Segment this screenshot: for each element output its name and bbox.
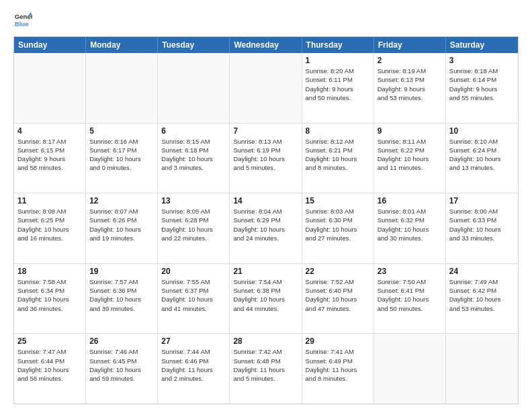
calendar-day-3: 3Sunrise: 8:18 AM Sunset: 6:14 PM Daylig… (446, 53, 518, 123)
sun-info: Sunrise: 7:58 AM Sunset: 6:34 PM Dayligh… (17, 277, 82, 313)
sun-info: Sunrise: 8:13 AM Sunset: 6:19 PM Dayligh… (233, 137, 298, 173)
sun-info: Sunrise: 7:57 AM Sunset: 6:36 PM Dayligh… (89, 277, 154, 313)
sun-info: Sunrise: 8:16 AM Sunset: 6:17 PM Dayligh… (89, 137, 154, 173)
sun-info: Sunrise: 8:20 AM Sunset: 6:11 PM Dayligh… (306, 66, 370, 102)
day-number: 23 (378, 267, 442, 276)
calendar-day-21: 21Sunrise: 7:54 AM Sunset: 6:38 PM Dayli… (230, 264, 302, 334)
sun-info: Sunrise: 8:01 AM Sunset: 6:32 PM Dayligh… (378, 207, 442, 242)
day-number: 24 (449, 267, 515, 276)
day-number: 28 (233, 336, 298, 346)
day-number: 22 (306, 267, 370, 276)
day-number: 20 (161, 267, 226, 276)
day-number: 16 (378, 196, 442, 205)
calendar-day-28: 28Sunrise: 7:42 AM Sunset: 6:48 PM Dayli… (230, 334, 302, 404)
calendar-empty-cell (446, 334, 518, 404)
day-number: 4 (17, 126, 82, 136)
day-number: 18 (17, 267, 82, 276)
day-number: 3 (449, 56, 515, 65)
calendar-day-11: 11Sunrise: 8:08 AM Sunset: 6:25 PM Dayli… (14, 193, 86, 263)
day-number: 1 (306, 56, 370, 65)
calendar-day-20: 20Sunrise: 7:55 AM Sunset: 6:37 PM Dayli… (158, 264, 230, 334)
day-number: 6 (161, 126, 226, 136)
sun-info: Sunrise: 7:44 AM Sunset: 6:46 PM Dayligh… (161, 347, 226, 383)
calendar-day-2: 2Sunrise: 8:19 AM Sunset: 6:13 PM Daylig… (374, 53, 446, 123)
calendar-day-23: 23Sunrise: 7:50 AM Sunset: 6:41 PM Dayli… (374, 264, 446, 334)
day-number: 26 (89, 336, 154, 346)
calendar: SundayMondayTuesdayWednesdayThursdayFrid… (13, 36, 519, 404)
sun-info: Sunrise: 8:05 AM Sunset: 6:28 PM Dayligh… (161, 207, 226, 242)
day-number: 19 (89, 267, 154, 276)
day-number: 7 (233, 126, 298, 136)
day-number: 10 (449, 126, 515, 136)
sun-info: Sunrise: 8:18 AM Sunset: 6:14 PM Dayligh… (449, 66, 515, 102)
day-number: 14 (233, 196, 298, 205)
sun-info: Sunrise: 8:10 AM Sunset: 6:24 PM Dayligh… (449, 137, 515, 173)
calendar-day-19: 19Sunrise: 7:57 AM Sunset: 6:36 PM Dayli… (86, 264, 158, 334)
header-day-saturday: Saturday (446, 37, 518, 53)
header-day-thursday: Thursday (302, 37, 374, 53)
sun-info: Sunrise: 8:07 AM Sunset: 6:26 PM Dayligh… (89, 207, 154, 242)
calendar-empty-cell (374, 334, 446, 404)
calendar-day-10: 10Sunrise: 8:10 AM Sunset: 6:24 PM Dayli… (446, 124, 518, 193)
calendar-day-24: 24Sunrise: 7:49 AM Sunset: 6:42 PM Dayli… (446, 264, 518, 334)
day-number: 29 (306, 336, 370, 346)
logo: General Blue (13, 11, 32, 30)
svg-text:Blue: Blue (15, 20, 29, 28)
sun-info: Sunrise: 7:49 AM Sunset: 6:42 PM Dayligh… (449, 277, 515, 313)
calendar-empty-cell (14, 53, 86, 123)
sun-info: Sunrise: 8:08 AM Sunset: 6:25 PM Dayligh… (17, 207, 82, 242)
day-number: 12 (89, 196, 154, 205)
sun-info: Sunrise: 7:50 AM Sunset: 6:41 PM Dayligh… (378, 277, 442, 313)
day-number: 11 (17, 196, 82, 205)
day-number: 27 (161, 336, 226, 346)
calendar-day-17: 17Sunrise: 8:00 AM Sunset: 6:33 PM Dayli… (446, 193, 518, 263)
sun-info: Sunrise: 7:42 AM Sunset: 6:48 PM Dayligh… (233, 347, 298, 383)
sun-info: Sunrise: 8:04 AM Sunset: 6:29 PM Dayligh… (233, 207, 298, 242)
day-number: 9 (378, 126, 442, 136)
calendar-day-7: 7Sunrise: 8:13 AM Sunset: 6:19 PM Daylig… (230, 124, 302, 193)
calendar-day-9: 9Sunrise: 8:11 AM Sunset: 6:22 PM Daylig… (374, 124, 446, 193)
header-day-sunday: Sunday (14, 37, 86, 53)
sun-info: Sunrise: 7:47 AM Sunset: 6:44 PM Dayligh… (17, 347, 82, 383)
calendar-week-2: 11Sunrise: 8:08 AM Sunset: 6:25 PM Dayli… (14, 193, 518, 264)
header-day-tuesday: Tuesday (158, 37, 230, 53)
sun-info: Sunrise: 8:00 AM Sunset: 6:33 PM Dayligh… (449, 207, 515, 242)
sun-info: Sunrise: 7:41 AM Sunset: 6:49 PM Dayligh… (306, 347, 370, 383)
header-day-wednesday: Wednesday (230, 37, 302, 53)
calendar-day-5: 5Sunrise: 8:16 AM Sunset: 6:17 PM Daylig… (86, 124, 158, 193)
calendar-day-15: 15Sunrise: 8:03 AM Sunset: 6:30 PM Dayli… (302, 193, 374, 263)
sun-info: Sunrise: 8:12 AM Sunset: 6:21 PM Dayligh… (306, 137, 370, 173)
calendar-week-3: 18Sunrise: 7:58 AM Sunset: 6:34 PM Dayli… (14, 264, 518, 334)
calendar-day-27: 27Sunrise: 7:44 AM Sunset: 6:46 PM Dayli… (158, 334, 230, 404)
sun-info: Sunrise: 7:52 AM Sunset: 6:40 PM Dayligh… (306, 277, 370, 313)
calendar-day-12: 12Sunrise: 8:07 AM Sunset: 6:26 PM Dayli… (86, 193, 158, 263)
day-number: 15 (306, 196, 370, 205)
sun-info: Sunrise: 7:55 AM Sunset: 6:37 PM Dayligh… (161, 277, 226, 313)
calendar-empty-cell (230, 53, 302, 123)
calendar-day-1: 1Sunrise: 8:20 AM Sunset: 6:11 PM Daylig… (302, 53, 374, 123)
logo-icon: General Blue (13, 11, 32, 30)
sun-info: Sunrise: 7:46 AM Sunset: 6:45 PM Dayligh… (89, 347, 154, 383)
calendar-day-25: 25Sunrise: 7:47 AM Sunset: 6:44 PM Dayli… (14, 334, 86, 404)
calendar-day-29: 29Sunrise: 7:41 AM Sunset: 6:49 PM Dayli… (302, 334, 374, 404)
calendar-day-4: 4Sunrise: 8:17 AM Sunset: 6:15 PM Daylig… (14, 124, 86, 193)
calendar-empty-cell (158, 53, 230, 123)
day-number: 17 (449, 196, 515, 205)
calendar-header: SundayMondayTuesdayWednesdayThursdayFrid… (14, 37, 518, 53)
sun-info: Sunrise: 8:03 AM Sunset: 6:30 PM Dayligh… (306, 207, 370, 242)
day-number: 13 (161, 196, 226, 205)
calendar-body: 1Sunrise: 8:20 AM Sunset: 6:11 PM Daylig… (14, 53, 518, 404)
header-day-friday: Friday (374, 37, 446, 53)
sun-info: Sunrise: 7:54 AM Sunset: 6:38 PM Dayligh… (233, 277, 298, 313)
sun-info: Sunrise: 8:17 AM Sunset: 6:15 PM Dayligh… (17, 137, 82, 173)
calendar-empty-cell (86, 53, 158, 123)
calendar-day-16: 16Sunrise: 8:01 AM Sunset: 6:32 PM Dayli… (374, 193, 446, 263)
day-number: 2 (378, 56, 442, 65)
calendar-day-13: 13Sunrise: 8:05 AM Sunset: 6:28 PM Dayli… (158, 193, 230, 263)
calendar-week-1: 4Sunrise: 8:17 AM Sunset: 6:15 PM Daylig… (14, 124, 518, 194)
calendar-day-6: 6Sunrise: 8:15 AM Sunset: 6:18 PM Daylig… (158, 124, 230, 193)
calendar-week-0: 1Sunrise: 8:20 AM Sunset: 6:11 PM Daylig… (14, 53, 518, 124)
sun-info: Sunrise: 8:11 AM Sunset: 6:22 PM Dayligh… (378, 137, 442, 173)
day-number: 25 (17, 336, 82, 346)
sun-info: Sunrise: 8:15 AM Sunset: 6:18 PM Dayligh… (161, 137, 226, 173)
